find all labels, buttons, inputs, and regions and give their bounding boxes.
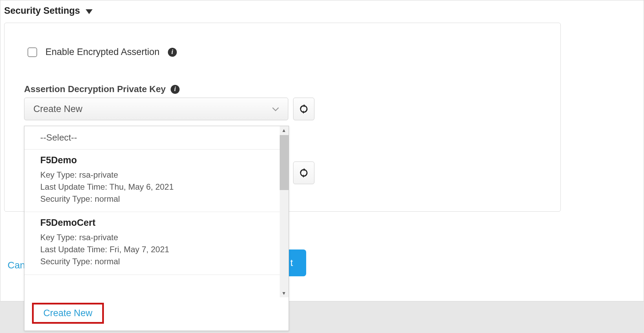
refresh-button[interactable] [293, 98, 314, 120]
option-title: F5DemoCert [40, 218, 264, 228]
enable-encrypted-assertion-checkbox[interactable] [28, 47, 37, 57]
scroll-down-icon[interactable]: ▼ [281, 290, 286, 296]
next-button[interactable]: t [289, 249, 306, 276]
chevron-down-icon [272, 104, 279, 113]
assertion-key-dropdown: ▲ ▼ --Select-- F5Demo Key Type: rsa-priv… [24, 126, 289, 331]
option-title: F5Demo [40, 155, 264, 166]
option-meta: Key Type: rsa-private Last Update Time: … [40, 232, 264, 267]
assertion-key-select[interactable]: Create New [24, 98, 288, 120]
dropdown-option-f5demo[interactable]: F5Demo Key Type: rsa-private Last Update… [24, 149, 280, 212]
dropdown-option-f5democert[interactable]: F5DemoCert Key Type: rsa-private Last Up… [24, 212, 280, 275]
scrollbar-track[interactable]: ▲ ▼ [280, 126, 289, 297]
security-settings-header[interactable]: Security Settings [4, 5, 93, 16]
assertion-key-label: Assertion Decryption Private Key [24, 84, 166, 95]
refresh-icon [299, 104, 309, 114]
assertion-key-label-row: Assertion Decryption Private Key i [24, 84, 180, 95]
refresh-icon [299, 168, 309, 178]
enable-encrypted-assertion-row: Enable Encrypted Assertion i [28, 47, 177, 57]
create-new-button[interactable]: Create New [32, 303, 104, 324]
caret-down-icon [86, 9, 93, 14]
scrollbar-thumb[interactable] [280, 135, 289, 190]
refresh-button-2[interactable] [293, 162, 314, 184]
info-icon[interactable]: i [168, 48, 177, 57]
assertion-key-select-row: Create New [24, 98, 314, 120]
scroll-up-icon[interactable]: ▲ [281, 127, 286, 133]
dropdown-option-select[interactable]: --Select-- [24, 126, 280, 149]
dropdown-footer: Create New [24, 297, 289, 331]
cancel-link[interactable]: Can [8, 260, 25, 271]
info-icon[interactable]: i [171, 85, 180, 94]
dropdown-option-partial[interactable] [24, 275, 280, 285]
section-title: Security Settings [4, 5, 80, 16]
option-meta: Key Type: rsa-private Last Update Time: … [40, 169, 264, 205]
select-value: Create New [33, 104, 272, 114]
enable-encrypted-assertion-label: Enable Encrypted Assertion [45, 47, 160, 57]
